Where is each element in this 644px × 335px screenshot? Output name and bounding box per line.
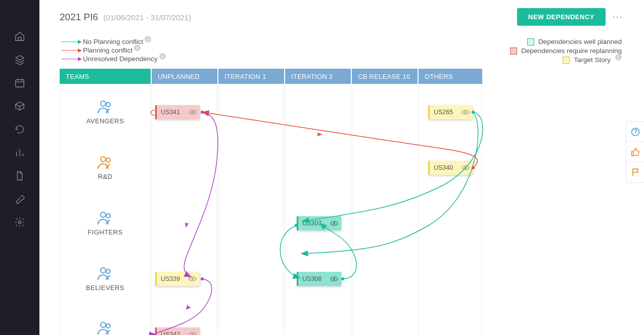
svg-point-16	[333, 222, 335, 224]
svg-point-8	[106, 214, 110, 218]
column-unplanned: UNPLANNED US341 US339 US342	[152, 69, 217, 335]
info-icon[interactable]: i	[159, 53, 166, 60]
column-header: ITERATION 1	[218, 69, 284, 84]
team-label: FIGHTERS	[88, 228, 123, 236]
left-sidebar	[0, 0, 39, 335]
legend-label: Target Story	[574, 56, 611, 64]
card-us342[interactable]: US342	[155, 327, 200, 335]
box-icon[interactable]	[14, 100, 26, 112]
column-teams: TEAMS AVENGERS R&D FIGHTERS BELIEVERS	[60, 69, 151, 335]
eye-icon[interactable]	[189, 331, 197, 335]
svg-point-5	[101, 157, 106, 162]
files-icon[interactable]	[14, 170, 26, 182]
legend-target-story: Target Story i	[563, 56, 622, 64]
card-us341[interactable]: US341	[155, 105, 200, 119]
dependency-board: TEAMS AVENGERS R&D FIGHTERS BELIEVERS	[60, 69, 624, 335]
legend-label: Planning conflict	[83, 46, 132, 54]
refresh-icon[interactable]	[14, 123, 26, 135]
eye-icon[interactable]	[462, 109, 470, 115]
info-icon[interactable]: i	[145, 36, 151, 42]
team-fighters[interactable]: FIGHTERS	[60, 195, 150, 251]
card-label: US308	[302, 275, 321, 282]
gear-icon[interactable]	[14, 216, 26, 228]
layers-icon[interactable]	[14, 54, 26, 66]
legend-label: No Planning conflict	[83, 38, 143, 45]
card-label: US339	[161, 275, 180, 282]
svg-point-17	[333, 278, 335, 279]
svg-point-13	[192, 111, 193, 113]
svg-point-3	[101, 101, 106, 106]
card-us339[interactable]: US339	[155, 272, 200, 286]
column-iteration-1: ITERATION 1	[218, 69, 284, 335]
legend-label: Unresolved Dependency	[83, 55, 158, 63]
home-icon[interactable]	[14, 30, 26, 42]
svg-point-19	[465, 167, 466, 168]
legend-label: Dependencies require replanning	[521, 47, 622, 55]
eye-icon[interactable]	[189, 109, 197, 115]
svg-point-1	[18, 221, 21, 224]
card-us308[interactable]: US308	[297, 272, 341, 286]
team-believers[interactable]: BELIEVERS	[60, 251, 150, 306]
legend-replanning: Dependencies require replanning	[510, 47, 622, 55]
column-header-teams: TEAMS	[60, 69, 151, 84]
svg-point-14	[192, 278, 193, 279]
card-us265[interactable]: US265	[428, 105, 473, 119]
arrow-legend: No Planning conflict i Planning conflict…	[62, 38, 166, 63]
svg-rect-0	[16, 80, 24, 87]
card-label: US341	[161, 109, 180, 116]
legend-unresolved: Unresolved Dependency i	[62, 55, 166, 63]
legend-planning-conflict: Planning conflict i	[62, 46, 166, 54]
svg-point-11	[101, 322, 106, 327]
card-label: US342	[161, 331, 180, 335]
pi-dates: (01/06/2021 - 31/07/2021)	[104, 13, 191, 22]
card-us340[interactable]: US340	[428, 161, 473, 175]
team-label: R&D	[98, 173, 113, 180]
team-label: AVENGERS	[86, 117, 124, 125]
svg-point-7	[101, 212, 106, 217]
pi-title: 2021 PI6	[60, 12, 98, 22]
page-header: 2021 PI6 (01/06/2021 - 31/07/2021) NEW D…	[60, 5, 624, 29]
team-rnd[interactable]: R&D	[60, 139, 150, 195]
legend-no-conflict: No Planning conflict i	[62, 38, 166, 45]
eye-icon[interactable]	[189, 276, 197, 282]
new-dependency-button[interactable]: NEW DEPENDENCY	[517, 8, 606, 26]
calendar-icon[interactable]	[14, 77, 26, 89]
team-row[interactable]	[60, 306, 150, 335]
eye-icon[interactable]	[330, 220, 338, 226]
info-icon[interactable]: i	[134, 44, 141, 51]
more-menu-icon[interactable]: ⋮	[612, 12, 624, 22]
card-us307[interactable]: US307	[297, 216, 341, 230]
column-header: ITERATION 2	[285, 69, 351, 84]
card-label: US265	[434, 109, 453, 116]
column-header: UNPLANNED	[152, 69, 217, 84]
column-header: OTHERS	[419, 69, 482, 84]
chart-icon[interactable]	[14, 147, 26, 159]
svg-point-10	[106, 269, 110, 273]
status-legend: Dependencies well planned Dependencies r…	[510, 38, 622, 64]
eye-icon[interactable]	[330, 276, 338, 282]
team-label: BELIEVERS	[86, 284, 124, 292]
svg-point-18	[465, 111, 466, 113]
column-header: CB RELEASE 10	[352, 69, 418, 84]
svg-point-9	[101, 268, 106, 273]
svg-point-4	[106, 103, 110, 107]
info-icon[interactable]: i	[615, 54, 622, 61]
column-others: OTHERS US265 US340	[419, 69, 482, 335]
svg-point-6	[106, 158, 110, 162]
eye-icon[interactable]	[462, 165, 470, 171]
column-cb-release-10: CB RELEASE 10	[352, 69, 418, 335]
card-label: US307	[302, 220, 321, 227]
wrench-icon[interactable]	[14, 193, 26, 205]
column-iteration-2: ITERATION 2 US307 US308	[285, 69, 351, 335]
legend-well-planned: Dependencies well planned	[527, 38, 622, 45]
card-label: US340	[434, 164, 453, 171]
svg-point-12	[106, 324, 110, 328]
legend-label: Dependencies well planned	[538, 38, 622, 45]
team-avengers[interactable]: AVENGERS	[60, 84, 150, 139]
